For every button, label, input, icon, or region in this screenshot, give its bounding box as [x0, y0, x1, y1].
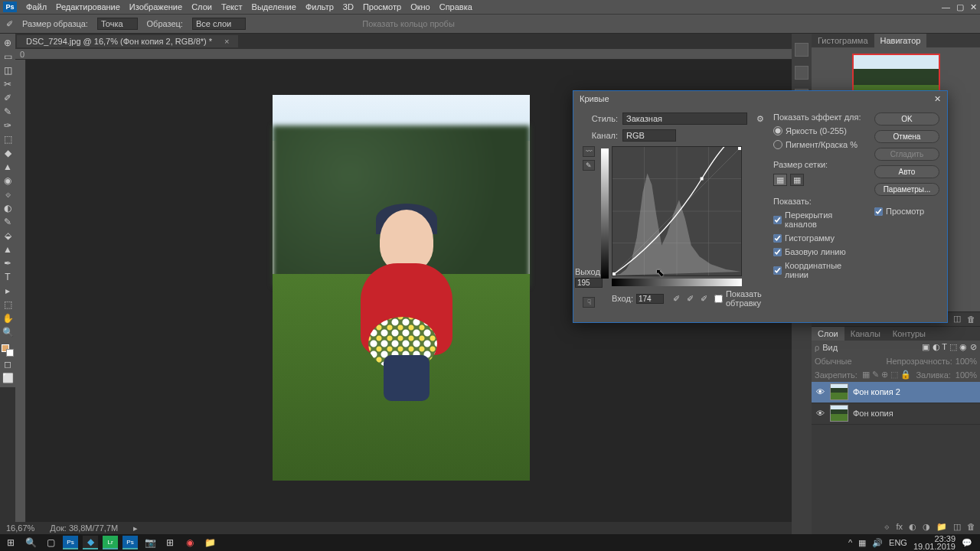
output-value[interactable] [575, 278, 603, 288]
curve-mode-icon[interactable]: 〰 [583, 146, 595, 157]
taskbar-app[interactable]: Ps [63, 536, 78, 549]
visibility-icon[interactable]: 👁 [815, 387, 825, 396]
layer-filter-select[interactable]: Вид [822, 343, 853, 352]
tool-button[interactable]: ▲ [2, 161, 14, 173]
new-layer-icon[interactable]: ◫ [953, 522, 961, 532]
menu-item[interactable]: Выделение [252, 2, 296, 11]
tray-icon[interactable]: ▦ [858, 538, 866, 548]
language-indicator[interactable]: ENG [889, 538, 907, 547]
tool-button[interactable]: ✎ [2, 216, 14, 228]
tool-button[interactable]: ◐ [2, 202, 14, 214]
minimize-icon[interactable]: — [942, 2, 950, 12]
menu-item[interactable]: Окно [410, 2, 430, 11]
layer-thumbnail[interactable] [830, 383, 848, 400]
tool-button[interactable]: 🔍 [2, 326, 14, 338]
tab-navigator[interactable]: Навигатор [874, 34, 927, 47]
curves-graph[interactable] [612, 146, 742, 276]
baseline-checkbox[interactable]: Базовую линию [773, 247, 865, 256]
tool-button[interactable]: ◉ [2, 174, 14, 187]
taskbar-app[interactable]: Lr [103, 536, 118, 549]
cancel-button[interactable]: Отмена [874, 130, 939, 143]
preview-checkbox[interactable]: Просмотр [874, 207, 939, 216]
tool-button[interactable]: ▲ [2, 243, 14, 256]
taskbar-app[interactable]: ◆ [83, 536, 98, 549]
screenmode-button[interactable]: ⬜ [2, 372, 14, 384]
color-swatches[interactable] [2, 344, 14, 357]
notifications-icon[interactable]: 💬 [962, 538, 972, 548]
menu-item[interactable]: Фильтр [305, 2, 334, 11]
style-select[interactable]: Заказная [622, 112, 747, 125]
layer-thumbnail[interactable] [830, 405, 848, 422]
input-value[interactable] [636, 294, 664, 304]
menu-item[interactable]: Текст [221, 2, 243, 11]
menu-item[interactable]: Просмотр [363, 2, 401, 11]
pencil-mode-icon[interactable]: ✎ [583, 160, 595, 171]
menu-item[interactable]: Редактирование [56, 2, 120, 11]
document-tab[interactable]: DSC_7294.jpg @ 16,7% (Фон копия 2, RGB/8… [17, 35, 238, 47]
taskbar-app[interactable]: ⊞ [162, 536, 178, 549]
menu-item[interactable]: Справка [439, 2, 472, 11]
tab-histogram[interactable]: Гистограмма [812, 34, 874, 47]
opacity-value[interactable]: 100% [956, 357, 977, 366]
sample-layer-select[interactable]: Все слои [192, 18, 246, 30]
tool-button[interactable]: ✐ [2, 92, 14, 104]
fx-icon[interactable]: fx [896, 522, 903, 531]
layer-name[interactable]: Фон копия [853, 409, 893, 418]
filter-toggle[interactable]: ⊘ [970, 342, 977, 352]
layer-row[interactable]: 👁 Фон копия [812, 403, 980, 425]
action-icon[interactable]: 🗑 [967, 315, 975, 324]
smooth-button[interactable]: Сгладить [874, 148, 939, 161]
zoom-level[interactable]: 16,67% [6, 523, 34, 533]
tool-button[interactable]: ▸ [2, 285, 14, 297]
blend-mode-select[interactable]: Обычные [815, 357, 876, 366]
tool-button[interactable]: ✋ [2, 312, 14, 324]
taskbar-app[interactable]: 📷 [142, 536, 158, 549]
search-icon[interactable]: 🔍 [23, 536, 38, 549]
clock[interactable]: 23:39 19.01.2019 [913, 535, 956, 550]
action-icon[interactable]: ◫ [953, 314, 961, 324]
tool-button[interactable]: T [2, 271, 14, 283]
layer-row[interactable]: 👁 Фон копия 2 [812, 382, 980, 403]
fill-value[interactable]: 100% [956, 370, 977, 380]
taskbar-app[interactable]: Ps [122, 536, 138, 549]
mask-icon[interactable]: ◐ [909, 522, 916, 532]
tool-button[interactable]: ✂ [2, 78, 14, 90]
brightness-radio[interactable]: Яркость (0-255) [773, 126, 865, 135]
tool-button[interactable]: ⬚ [2, 298, 14, 311]
dock-icon[interactable] [795, 43, 808, 57]
taskbar-app[interactable]: 📁 [202, 536, 217, 549]
tool-button[interactable]: ⬚ [2, 133, 14, 145]
tool-button[interactable]: ▭ [2, 51, 14, 63]
black-eyedropper-icon[interactable]: ✐ [671, 293, 682, 304]
tool-button[interactable]: ◆ [2, 147, 14, 159]
link-layers-icon[interactable]: ⟐ [884, 522, 890, 531]
tool-button[interactable]: ✒ [2, 257, 14, 269]
quickmask-button[interactable]: ◻ [2, 358, 14, 370]
delete-layer-icon[interactable]: 🗑 [967, 522, 975, 531]
dialog-titlebar[interactable]: Кривые ✕ [573, 91, 947, 106]
tool-button[interactable]: ⬙ [2, 230, 14, 242]
intersection-checkbox[interactable]: Координатные линии [773, 261, 865, 279]
visibility-icon[interactable]: 👁 [815, 409, 825, 418]
tab-layers[interactable]: Слои [812, 327, 844, 341]
tool-button[interactable]: ✑ [2, 119, 14, 132]
grid-small-button[interactable]: ▦ [773, 174, 787, 186]
menu-item[interactable]: Слои [191, 2, 212, 11]
gear-icon[interactable]: ⚙ [756, 114, 764, 124]
document-canvas[interactable] [273, 95, 530, 481]
channel-overlay-checkbox[interactable]: Перекрытия каналов [773, 210, 865, 229]
menu-item[interactable]: Файл [26, 2, 47, 11]
tool-button[interactable]: ✎ [2, 106, 14, 118]
menu-item[interactable]: 3D [343, 2, 354, 11]
tool-button[interactable]: ⟐ [2, 188, 14, 201]
taskbar-app[interactable]: ◉ [182, 536, 198, 549]
tray-icon[interactable]: ^ [848, 538, 852, 547]
layer-name[interactable]: Фон копия 2 [853, 387, 900, 396]
options-button[interactable]: Параметры... [874, 183, 939, 196]
channel-select[interactable]: RGB [622, 129, 676, 142]
adjustment-icon[interactable]: ◑ [923, 522, 930, 532]
hand-target-icon[interactable]: ☟ [583, 297, 595, 308]
tab-paths[interactable]: Контуры [887, 327, 932, 341]
grid-large-button[interactable]: ▦ [790, 174, 804, 186]
menu-item[interactable]: Изображение [129, 2, 182, 11]
